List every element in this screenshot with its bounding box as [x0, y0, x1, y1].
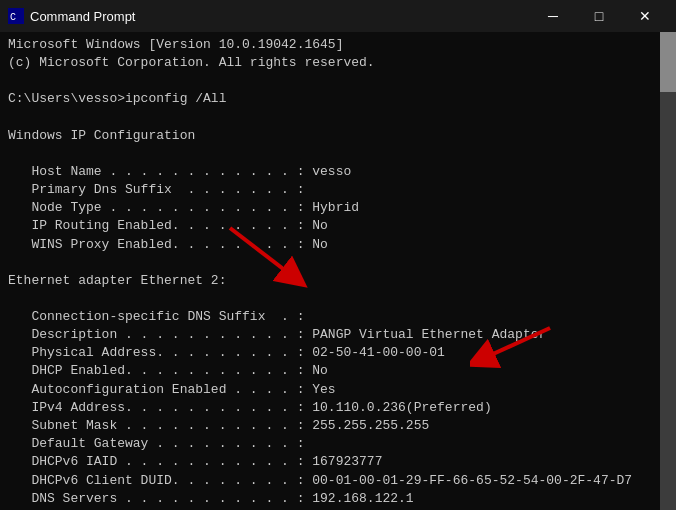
terminal-line: Windows IP Configuration [8, 127, 650, 145]
svg-line-5 [480, 328, 550, 360]
terminal-content: Microsoft Windows [Version 10.0.19042.16… [8, 36, 668, 510]
terminal-line: Microsoft Windows [Version 10.0.19042.16… [8, 36, 650, 54]
scrollbar-thumb[interactable] [660, 32, 676, 92]
title-bar: C Command Prompt ─ □ ✕ [0, 0, 676, 32]
terminal-line [8, 109, 650, 127]
maximize-button[interactable]: □ [576, 0, 622, 32]
terminal-line: Host Name . . . . . . . . . . . . : vess… [8, 163, 650, 181]
terminal-line: WINS Proxy Enabled. . . . . . . . : No [8, 236, 650, 254]
window-title: Command Prompt [30, 9, 530, 24]
terminal-line [8, 290, 650, 308]
red-arrow-1 [220, 218, 320, 288]
close-button[interactable]: ✕ [622, 0, 668, 32]
minimize-button[interactable]: ─ [530, 0, 576, 32]
terminal-line: Ethernet adapter Ethernet 2: [8, 272, 650, 290]
terminal-line [8, 254, 650, 272]
svg-text:C: C [10, 12, 16, 23]
terminal-line: DHCPv6 Client DUID. . . . . . . . : 00-0… [8, 472, 650, 490]
terminal-line: Default Gateway . . . . . . . . . : [8, 435, 650, 453]
terminal-line: Autoconfiguration Enabled . . . . : Yes [8, 381, 650, 399]
terminal-line: IP Routing Enabled. . . . . . . . : No [8, 217, 650, 235]
svg-line-3 [230, 228, 295, 278]
terminal-line: Node Type . . . . . . . . . . . . : Hybr… [8, 199, 650, 217]
terminal-line: IPv4 Address. . . . . . . . . . . : 10.1… [8, 399, 650, 417]
cmd-icon: C [8, 8, 24, 24]
terminal-line: DNS Servers . . . . . . . . . . . : 192.… [8, 490, 650, 508]
terminal-line: (c) Microsoft Corporation. All rights re… [8, 54, 650, 72]
red-arrow-2 [470, 320, 560, 370]
terminal-line [8, 145, 650, 163]
terminal-line [8, 72, 650, 90]
window-controls: ─ □ ✕ [530, 0, 668, 32]
terminal-line: Subnet Mask . . . . . . . . . . . : 255.… [8, 417, 650, 435]
terminal-window[interactable]: Microsoft Windows [Version 10.0.19042.16… [0, 32, 676, 510]
terminal-line: Primary Dns Suffix . . . . . . . : [8, 181, 650, 199]
terminal-line: C:\Users\vesso>ipconfig /All [8, 90, 650, 108]
scrollbar[interactable] [660, 32, 676, 510]
terminal-line: DHCPv6 IAID . . . . . . . . . . . : 1679… [8, 453, 650, 471]
